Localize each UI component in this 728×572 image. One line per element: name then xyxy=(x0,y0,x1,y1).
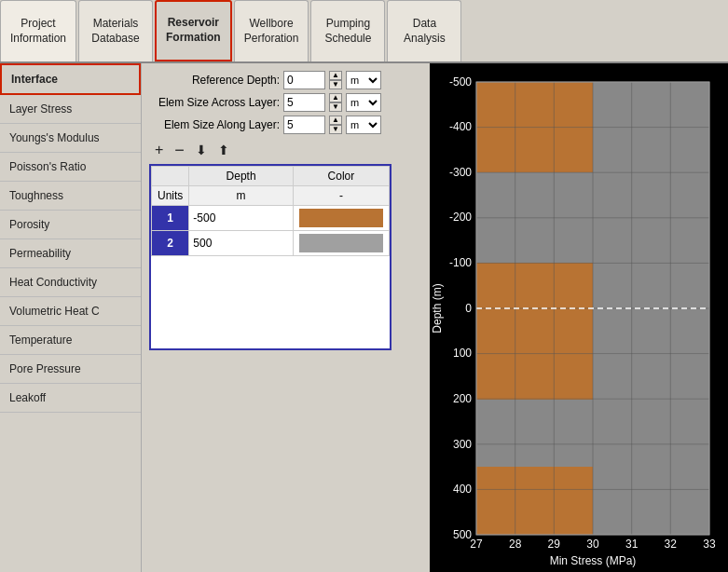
depth-value-2[interactable]: 500 xyxy=(189,231,293,256)
y-tick-300neg: -300 xyxy=(449,166,472,179)
elem-size-along-down[interactable]: ▼ xyxy=(329,125,342,134)
x-tick-32: 32 xyxy=(665,538,678,551)
x-tick-33: 33 xyxy=(703,538,716,551)
tab-reservoir-formation[interactable]: Reservoir Formation xyxy=(155,0,232,61)
elem-size-along-up[interactable]: ▲ xyxy=(329,116,342,125)
reference-depth-down[interactable]: ▼ xyxy=(329,80,342,89)
chart-panel: -500 -400 -300 -200 -100 0 100 200 300 4… xyxy=(430,63,728,572)
tab-pumping-schedule[interactable]: Pumping Schedule xyxy=(310,0,385,61)
y-tick-500: 500 xyxy=(453,528,472,541)
y-tick-200: 200 xyxy=(453,392,472,405)
remove-button[interactable]: − xyxy=(172,142,186,158)
upload-button[interactable]: ⬆ xyxy=(216,142,231,158)
tab-project-information[interactable]: Project Information xyxy=(0,0,76,61)
elem-size-across-up[interactable]: ▲ xyxy=(329,93,342,102)
elem-size-along-unit[interactable]: m ft xyxy=(346,116,381,134)
units-row: Units m - xyxy=(152,186,390,206)
color-swatch-gray-2[interactable] xyxy=(299,234,383,252)
elem-size-along-input[interactable] xyxy=(283,116,325,134)
tab-bar: Project Information Materials Database R… xyxy=(0,0,728,63)
tab-wellbore-perforation[interactable]: Wellbore Perforation xyxy=(234,0,309,61)
sidebar-item-volumetric-heat[interactable]: Volumetric Heat C xyxy=(0,297,141,326)
main-layout: Interface Layer Stress Youngs's Modulus … xyxy=(0,63,728,572)
reference-depth-unit[interactable]: m ft xyxy=(346,71,381,89)
x-tick-31: 31 xyxy=(625,538,639,551)
y-tick-200neg: -200 xyxy=(449,211,472,224)
color-swatch-brown-1[interactable] xyxy=(299,209,383,227)
elem-size-along-spinner: ▲ ▼ xyxy=(329,116,342,134)
color-unit: - xyxy=(293,186,389,206)
sidebar-item-leakoff[interactable]: Leakoff xyxy=(0,384,141,413)
row-num-2: 2 xyxy=(152,231,189,256)
sidebar-item-temperature[interactable]: Temperature xyxy=(0,326,141,355)
chart-brown-2 xyxy=(476,263,593,400)
table-row: 1 -500 xyxy=(152,206,390,231)
units-label: Units xyxy=(152,186,189,206)
x-tick-27: 27 xyxy=(470,538,483,551)
content-area: Reference Depth: ▲ ▼ m ft Elem Size Acro… xyxy=(142,63,430,572)
sidebar-item-layer-stress[interactable]: Layer Stress xyxy=(0,95,141,124)
reference-depth-row: Reference Depth: ▲ ▼ m ft xyxy=(149,71,422,89)
sidebar-item-youngs-modulus[interactable]: Youngs's Modulus xyxy=(0,124,141,153)
elem-size-across-spinner: ▲ ▼ xyxy=(329,93,342,112)
col-header-empty xyxy=(152,167,189,186)
y-tick-100: 100 xyxy=(453,347,472,360)
download-button[interactable]: ⬇ xyxy=(194,142,209,158)
color-value-2[interactable] xyxy=(293,231,389,256)
depth-unit: m xyxy=(189,186,293,206)
reference-depth-label: Reference Depth: xyxy=(149,74,280,87)
y-axis-label: Depth (m) xyxy=(431,283,444,333)
toolbar: + − ⬇ ⬆ xyxy=(149,142,422,158)
reference-depth-up[interactable]: ▲ xyxy=(329,71,342,80)
sidebar-item-interface[interactable]: Interface xyxy=(0,63,141,95)
table-row: 2 500 xyxy=(152,231,390,256)
elem-size-across-down[interactable]: ▼ xyxy=(329,102,342,112)
x-tick-29: 29 xyxy=(548,538,561,551)
col-header-color: Color xyxy=(293,167,389,186)
sidebar-item-toughness[interactable]: Toughness xyxy=(0,182,141,211)
y-tick-0: 0 xyxy=(465,302,472,315)
data-table-container: Depth Color Units m - 1 -500 xyxy=(149,164,391,350)
col-header-depth: Depth xyxy=(189,167,293,186)
sidebar-item-poissons-ratio[interactable]: Poisson's Ratio xyxy=(0,153,141,182)
x-tick-30: 30 xyxy=(586,538,599,551)
x-tick-28: 28 xyxy=(509,538,522,551)
sidebar-item-heat-conductivity[interactable]: Heat Conductivity xyxy=(0,268,141,297)
sidebar: Interface Layer Stress Youngs's Modulus … xyxy=(0,63,142,572)
y-tick-100neg: -100 xyxy=(449,256,472,269)
elem-size-across-label: Elem Size Across Layer: xyxy=(149,96,280,109)
chart-brown-3 xyxy=(476,467,593,535)
sidebar-item-permeability[interactable]: Permeability xyxy=(0,239,141,268)
elem-size-along-row: Elem Size Along Layer: ▲ ▼ m ft xyxy=(149,116,422,134)
form-area: Reference Depth: ▲ ▼ m ft Elem Size Acro… xyxy=(149,71,422,134)
tab-materials-database[interactable]: Materials Database xyxy=(78,0,153,61)
reference-depth-input[interactable] xyxy=(283,71,325,89)
elem-size-across-unit[interactable]: m ft xyxy=(346,93,381,112)
elem-size-along-label: Elem Size Along Layer: xyxy=(149,118,280,131)
y-tick-400: 400 xyxy=(453,483,472,496)
elem-size-across-input[interactable] xyxy=(283,93,325,112)
y-tick-300: 300 xyxy=(453,438,472,451)
tab-data-analysis[interactable]: Data Analysis xyxy=(387,0,461,61)
sidebar-item-porosity[interactable]: Porosity xyxy=(0,211,141,239)
row-num-1: 1 xyxy=(152,206,189,231)
chart-svg: -500 -400 -300 -200 -100 0 100 200 300 4… xyxy=(430,63,728,572)
data-table: Depth Color Units m - 1 -500 xyxy=(151,166,390,256)
elem-size-across-row: Elem Size Across Layer: ▲ ▼ m ft xyxy=(149,93,422,112)
color-value-1[interactable] xyxy=(293,206,389,231)
sidebar-item-pore-pressure[interactable]: Pore Pressure xyxy=(0,355,141,384)
depth-value-1[interactable]: -500 xyxy=(189,206,293,231)
y-tick-400neg: -400 xyxy=(449,120,472,133)
x-axis-label: Min Stress (MPa) xyxy=(550,554,637,567)
y-tick-500neg: -500 xyxy=(449,75,472,89)
add-button[interactable]: + xyxy=(153,142,165,158)
reference-depth-spinner: ▲ ▼ xyxy=(329,71,342,89)
